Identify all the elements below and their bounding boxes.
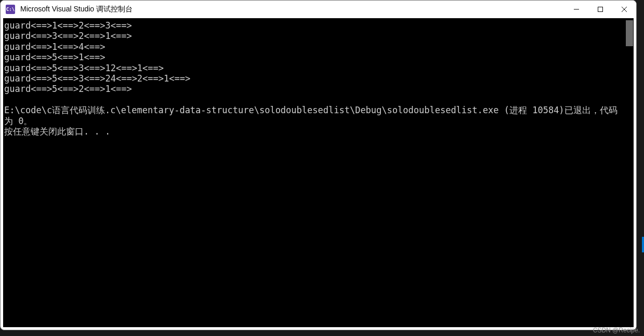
minimize-button[interactable] [564,1,588,18]
window-title: Microsoft Visual Studio 调试控制台 [20,5,564,14]
window-controls [564,1,636,18]
titlebar[interactable]: C:\ Microsoft Visual Studio 调试控制台 [1,1,636,18]
console-window: C:\ Microsoft Visual Studio 调试控制台 gu [0,0,637,330]
minimize-icon [574,7,579,12]
maximize-icon [598,7,603,12]
scrollbar-track[interactable] [625,18,634,327]
console-area[interactable]: guard<==>1<==>2<==>3<==> guard<==>3<==>2… [3,18,634,327]
scrollbar-thumb[interactable] [626,20,633,46]
console-output: guard<==>1<==>2<==>3<==> guard<==>3<==>2… [4,20,633,137]
app-icon: C:\ [6,5,15,14]
maximize-button[interactable] [588,1,612,18]
watermark: CSDN @Recipe. [593,327,640,334]
accent-bar [642,237,644,252]
close-icon [622,7,627,12]
svg-rect-1 [598,7,603,12]
close-button[interactable] [612,1,636,18]
